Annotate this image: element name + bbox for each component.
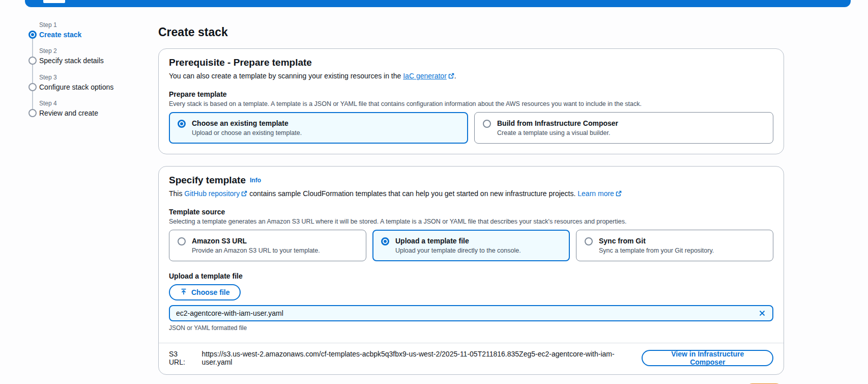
tile-title: Choose an existing template <box>192 119 302 128</box>
specify-template-panel: Specify templateInfo This GitHub reposit… <box>158 166 784 375</box>
step-number: Step 3 <box>39 74 151 81</box>
file-format-hint: JSON or YAML formatted file <box>169 324 773 332</box>
tile-sync-from-git[interactable]: Sync from Git Sync a template from your … <box>576 230 773 261</box>
s3-url-label: S3 URL: <box>169 350 196 366</box>
prerequisite-heading: Prerequisite - Prepare template <box>169 57 312 69</box>
iac-generator-link[interactable]: IaC generator <box>403 72 447 80</box>
external-link-icon <box>448 71 454 81</box>
upload-icon <box>180 288 187 297</box>
info-link[interactable]: Info <box>250 177 261 184</box>
radio-unselected-icon[interactable] <box>585 237 593 245</box>
tile-amazon-s3-url[interactable]: Amazon S3 URL Provide an Amazon S3 URL t… <box>169 230 366 261</box>
tile-build-from-infrastructure-composer[interactable]: Build from Infrastructure Composer Creat… <box>474 112 773 144</box>
step-radio-icon <box>28 83 37 91</box>
description-text: . <box>454 72 456 80</box>
main-content: Create stack Prerequisite - Prepare temp… <box>158 20 784 384</box>
step-item-specify-stack-details: Step 2 Specify stack details <box>28 47 151 65</box>
tile-title: Build from Infrastructure Composer <box>497 119 618 128</box>
step-item-configure-stack-options: Step 3 Configure stack options <box>28 74 151 92</box>
tile-description: Provide an Amazon S3 URL to your templat… <box>192 246 320 255</box>
specify-template-description: This GitHub repository contains sample C… <box>169 188 773 199</box>
selected-file-name: ec2-agentcore-with-iam-user.yaml <box>176 309 283 317</box>
flashbar-button[interactable] <box>43 0 65 3</box>
create-stack-page: Step 1 Create stack Step 2 Specify stack… <box>0 0 868 384</box>
prepare-template-tiles: Choose an existing template Upload or ch… <box>169 112 773 144</box>
tile-title: Sync from Git <box>599 236 714 245</box>
tile-description: Sync a template from your Git repository… <box>599 246 714 255</box>
tile-description: Upload your template directly to the con… <box>395 246 521 255</box>
tile-upload-template-file[interactable]: Upload a template file Upload your templ… <box>372 230 570 261</box>
s3-url-row: S3 URL: https://s3.us-west-2.amazonaws.c… <box>159 343 784 374</box>
tile-description: Upload or choose an existing template. <box>192 129 302 137</box>
description-text: You can also create a template by scanni… <box>169 72 403 80</box>
remove-file-button[interactable] <box>757 308 767 318</box>
external-link-icon <box>616 189 622 199</box>
description-text: This <box>169 189 184 198</box>
step-item-review-and-create: Step 4 Review and create <box>28 100 151 118</box>
choose-file-label: Choose file <box>191 288 229 296</box>
prepare-template-description: Every stack is based on a template. A te… <box>169 100 773 108</box>
prerequisite-description: You can also create a template by scanni… <box>169 71 773 81</box>
view-in-infrastructure-composer-button[interactable]: View in Infrastructure Composer <box>642 350 773 366</box>
radio-unselected-icon[interactable] <box>178 237 186 245</box>
notification-flashbar <box>25 0 851 7</box>
template-source-description: Selecting a template generates an Amazon… <box>169 217 773 226</box>
template-source-label: Template source <box>169 207 773 216</box>
upload-template-file-label: Upload a template file <box>169 271 773 281</box>
github-repository-link[interactable]: GitHub repository <box>184 189 240 198</box>
radio-selected-icon[interactable] <box>178 120 186 128</box>
step-number: Step 1 <box>39 21 151 29</box>
template-source-tiles: Amazon S3 URL Provide an Amazon S3 URL t… <box>169 230 773 261</box>
step-number: Step 2 <box>39 47 151 54</box>
tile-description: Create a template using a visual builder… <box>497 129 618 137</box>
prerequisite-panel: Prerequisite - Prepare template You can … <box>158 48 784 154</box>
tile-title: Amazon S3 URL <box>192 236 320 245</box>
step-label: Review and create <box>39 108 151 118</box>
selected-file-chip: ec2-agentcore-with-iam-user.yaml <box>169 305 773 321</box>
external-link-icon <box>241 189 247 199</box>
learn-more-link[interactable]: Learn more <box>577 189 614 198</box>
step-item-create-stack[interactable]: Step 1 Create stack <box>28 21 151 39</box>
step-radio-icon <box>28 109 37 117</box>
close-icon <box>758 311 766 319</box>
step-number: Step 4 <box>39 100 151 107</box>
radio-unselected-icon[interactable] <box>483 120 491 128</box>
tile-title: Upload a template file <box>395 236 521 245</box>
radio-selected-icon[interactable] <box>381 237 389 245</box>
description-text: contains sample CloudFormation templates… <box>247 189 577 198</box>
step-label: Specify stack details <box>39 56 151 65</box>
step-radio-icon <box>28 57 37 65</box>
step-label: Configure stack options <box>39 83 151 92</box>
tile-choose-existing-template[interactable]: Choose an existing template Upload or ch… <box>169 112 468 144</box>
specify-template-heading: Specify template <box>169 174 246 186</box>
page-title: Create stack <box>158 24 784 40</box>
prepare-template-label: Prepare template <box>169 90 773 99</box>
step-radio-icon <box>28 31 37 39</box>
s3-url-value: https://s3.us-west-2.amazonaws.com/cf-te… <box>202 350 642 366</box>
step-label[interactable]: Create stack <box>39 30 151 39</box>
choose-file-button[interactable]: Choose file <box>169 284 241 300</box>
